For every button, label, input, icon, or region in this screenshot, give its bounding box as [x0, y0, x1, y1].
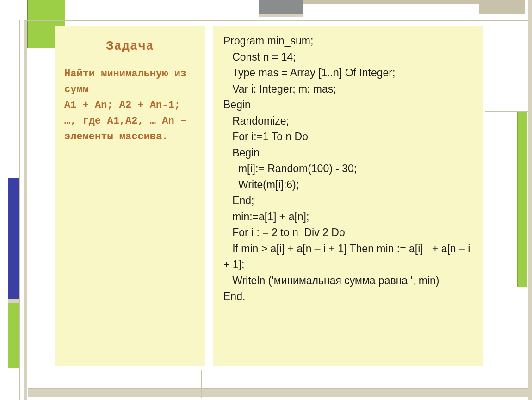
deco-hline-bottom1 [28, 387, 528, 387]
task-line2: A1 + An; A2 + An-1; …, где А1,А2, … Аn –… [64, 100, 186, 143]
deco-left-green [8, 303, 19, 368]
task-title: Задача [64, 39, 196, 53]
deco-left-tan [24, 20, 27, 400]
deco-hline-bottom2 [28, 388, 528, 397]
deco-top-tan [259, 14, 303, 17]
deco-hline-top [25, 20, 528, 21]
code-panel: Program min_sum; Const n = 14; Type mas … [213, 26, 483, 366]
deco-top-tan3 [479, 0, 525, 14]
deco-left-tan2 [8, 299, 19, 303]
deco-top-gray [259, 0, 303, 14]
deco-vline-bottom [201, 370, 202, 398]
deco-right-green [517, 111, 527, 287]
deco-right-tan [528, 0, 532, 400]
task-panel: Задача Найти минимальную из сумм A1 + An… [55, 26, 205, 366]
deco-hline-mid [485, 111, 528, 112]
code-block: Program min_sum; Const n = 14; Type mas … [223, 33, 475, 305]
task-description: Найти минимальную из сумм A1 + An; A2 + … [64, 66, 196, 145]
task-line1: Найти минимальную из сумм [64, 68, 186, 95]
deco-top-tan2 [303, 0, 479, 4]
deco-left-blue [8, 178, 19, 299]
